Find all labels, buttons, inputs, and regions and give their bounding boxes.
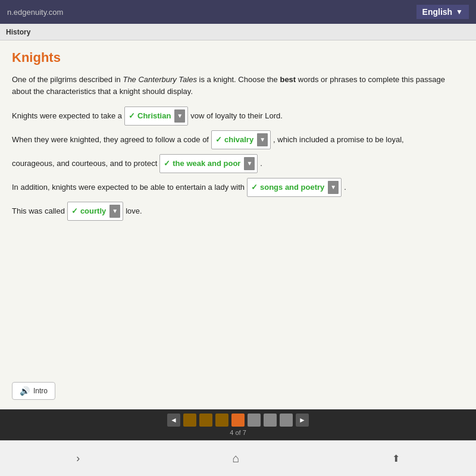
answer-label-4: songs and poetry xyxy=(260,180,324,195)
dropdown-arrow-4: ▼ xyxy=(328,181,339,194)
passage-line-1: Knights were expected to take a ✓ Christ… xyxy=(12,107,464,126)
breadcrumb: History xyxy=(6,28,30,36)
nav-square-5[interactable] xyxy=(248,414,261,427)
passage-line-2: When they were knighted, they agreed to … xyxy=(12,130,464,149)
nav-square-6[interactable] xyxy=(264,414,277,427)
language-label: English xyxy=(422,7,453,17)
passage-line-4: In addition, knights were expected to be… xyxy=(12,178,464,197)
bold-best: best xyxy=(280,75,296,84)
check-icon-4: ✓ xyxy=(251,180,258,195)
nav-bar: ◄ ► 4 of 7 xyxy=(0,409,476,440)
answer-label-5: courtly xyxy=(80,203,106,219)
line3-before: courageous, and courteous, and to protec… xyxy=(12,156,157,171)
answer-dropdown-chivalry[interactable]: ✓ chivalry ▼ xyxy=(211,130,271,149)
answer-dropdown-weak-and-poor[interactable]: ✓ the weak and poor ▼ xyxy=(159,154,258,173)
dropdown-arrow-3: ▼ xyxy=(244,157,255,170)
language-selector[interactable]: English ▼ xyxy=(416,5,469,19)
answer-label-1: Christian xyxy=(137,108,171,124)
check-icon-2: ✓ xyxy=(215,132,222,148)
check-icon-3: ✓ xyxy=(164,156,170,171)
book-title: The Canterbury Tales xyxy=(123,75,197,84)
mobile-home-button[interactable]: ⌂ xyxy=(227,447,244,470)
browser-bar: n.edgenuity.com English ▼ xyxy=(0,0,476,24)
url-display: n.edgenuity.com xyxy=(7,8,63,17)
language-arrow: ▼ xyxy=(456,8,463,16)
line4-after: . xyxy=(344,180,346,195)
nav-container: ◄ ► 4 of 7 xyxy=(167,414,309,436)
nav-square-2[interactable] xyxy=(199,414,212,427)
check-icon-5: ✓ xyxy=(71,203,78,219)
main-content: Knights One of the pilgrims described in… xyxy=(0,40,476,376)
intro-paragraph: One of the pilgrims described in The Can… xyxy=(12,74,464,97)
bottom-panel: 🔊 Intro xyxy=(0,376,476,409)
answer-label-2: chivalry xyxy=(224,132,253,148)
line1-before: Knights were expected to take a xyxy=(12,108,122,124)
page-indicator: 4 of 7 xyxy=(230,429,246,436)
passage: Knights were expected to take a ✓ Christ… xyxy=(12,107,464,221)
mobile-back-button[interactable]: › xyxy=(71,447,84,469)
answer-dropdown-songs-poetry[interactable]: ✓ songs and poetry ▼ xyxy=(247,178,342,197)
nav-square-3[interactable] xyxy=(215,414,228,427)
speaker-icon: 🔊 xyxy=(20,386,30,396)
nav-square-1[interactable] xyxy=(183,414,196,427)
line4-before: In addition, knights were expected to be… xyxy=(12,180,245,195)
answer-dropdown-courtly[interactable]: ✓ courtly ▼ xyxy=(67,202,123,221)
line3-after: . xyxy=(260,156,262,171)
nav-square-7[interactable] xyxy=(280,414,293,427)
line1-after: vow of loyalty to their Lord. xyxy=(190,108,283,124)
answer-label-3: the weak and poor xyxy=(173,156,240,171)
intro-button-label: Intro xyxy=(33,387,48,395)
breadcrumb-bar: History xyxy=(0,24,476,40)
mobile-bottom-bar: › ⌂ ⬆ xyxy=(0,440,476,476)
line5-after: love. xyxy=(126,203,142,219)
answer-dropdown-christian[interactable]: ✓ Christian ▼ xyxy=(124,107,188,126)
dropdown-arrow-5: ▼ xyxy=(109,205,120,218)
dropdown-arrow-2: ▼ xyxy=(257,133,268,146)
dropdown-arrow-1: ▼ xyxy=(174,109,185,123)
nav-next-button[interactable]: ► xyxy=(296,414,309,427)
nav-square-4[interactable] xyxy=(231,414,245,427)
check-icon-1: ✓ xyxy=(129,108,135,124)
passage-line-3: courageous, and courteous, and to protec… xyxy=(12,154,464,173)
intro-button[interactable]: 🔊 Intro xyxy=(12,382,55,400)
line2-after: , which included a promise to be loyal, xyxy=(273,132,404,148)
line5-before: This was called xyxy=(12,203,65,219)
passage-line-5: This was called ✓ courtly ▼ love. xyxy=(12,202,464,221)
nav-prev-button[interactable]: ◄ xyxy=(167,414,180,427)
nav-squares-row: ◄ ► xyxy=(167,414,309,427)
line2-before: When they were knighted, they agreed to … xyxy=(12,132,209,148)
mobile-share-button[interactable]: ⬆ xyxy=(387,448,405,469)
page-title: Knights xyxy=(12,50,464,65)
